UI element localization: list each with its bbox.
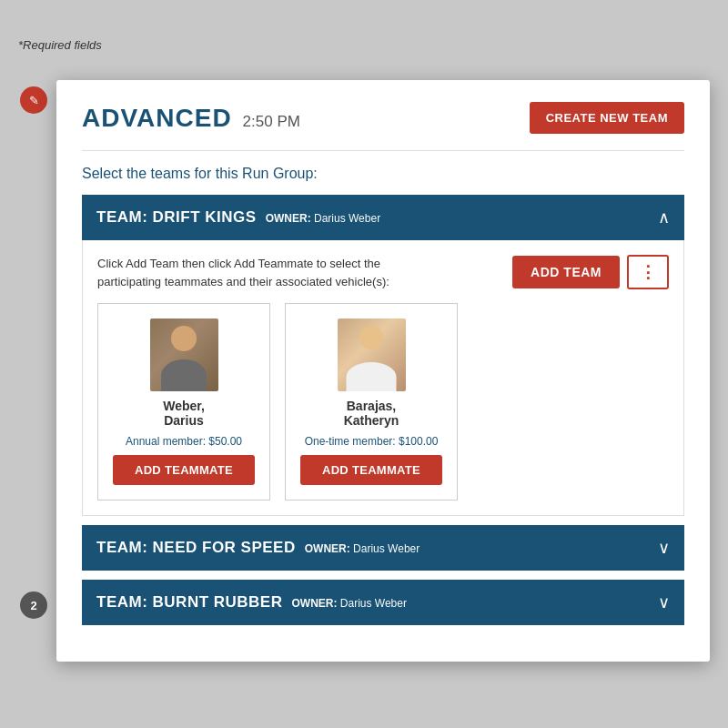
required-fields-label: *Required fields [18, 38, 102, 52]
add-teammate-button-barajas[interactable]: ADD TEAMMATE [300, 455, 442, 485]
add-teammate-button-weber[interactable]: ADD TEAMMATE [113, 455, 255, 485]
header-divider [82, 150, 684, 151]
add-team-button-drift-kings[interactable]: ADD TEAM [512, 256, 620, 288]
team-owner-drift-kings: OWNER: Darius Weber [266, 212, 380, 225]
chevron-up-icon: ∧ [658, 207, 670, 228]
team-section-burnt-rubber: TEAM: BURNT RUBBER OWNER: Darius Weber ∨ [82, 580, 684, 625]
team-section-need-for-speed: TEAM: NEED FOR SPEED OWNER: Darius Weber… [82, 525, 684, 571]
team-name-need-for-speed: TEAM: NEED FOR SPEED [96, 539, 296, 557]
step-badge: 2 [20, 592, 47, 619]
modal-time: 2:50 PM [243, 113, 300, 131]
team-header-left-nfs: TEAM: NEED FOR SPEED OWNER: Darius Weber [96, 539, 420, 557]
team-actions-drift-kings: ADD TEAM ⋮ [512, 255, 669, 289]
teammate-name-weber: Weber,Darius [163, 399, 205, 428]
modal-header: ADVANCED 2:50 PM CREATE NEW TEAM [82, 102, 684, 134]
team-body-top: Click Add Team then click Add Teammate t… [97, 255, 669, 290]
teammates-grid-drift-kings: Weber,Darius Annual member: $50.00 ADD T… [97, 303, 669, 500]
team-section-drift-kings: TEAM: DRIFT KINGS OWNER: Darius Weber ∧ … [82, 195, 684, 516]
team-owner-burnt-rubber: OWNER: Darius Weber [291, 597, 406, 610]
chevron-down-icon-nfs: ∨ [658, 538, 670, 558]
modal: ADVANCED 2:50 PM CREATE NEW TEAM Select … [56, 80, 710, 662]
team-header-need-for-speed[interactable]: TEAM: NEED FOR SPEED OWNER: Darius Weber… [82, 525, 684, 571]
select-teams-label: Select the teams for this Run Group: [82, 166, 684, 182]
team-body-drift-kings: Click Add Team then click Add Teammate t… [82, 240, 684, 516]
teammate-membership-weber: Annual member: $50.00 [126, 435, 242, 448]
chevron-down-icon-br: ∨ [658, 592, 670, 612]
team-header-burnt-rubber[interactable]: TEAM: BURNT RUBBER OWNER: Darius Weber ∨ [82, 580, 684, 625]
teammate-photo-weber [150, 318, 218, 391]
teammate-membership-barajas: One-time member: $100.00 [305, 435, 439, 448]
team-description-drift-kings: Click Add Team then click Add Teammate t… [97, 255, 443, 290]
teammate-card-barajas: Barajas,Katheryn One-time member: $100.0… [285, 303, 458, 500]
team-owner-need-for-speed: OWNER: Darius Weber [305, 542, 420, 555]
edit-icon[interactable]: ✎ [20, 86, 47, 114]
modal-title-area: ADVANCED 2:50 PM [82, 104, 300, 133]
create-new-team-button[interactable]: CREATE NEW TEAM [530, 102, 684, 134]
teammate-name-barajas: Barajas,Katheryn [344, 399, 399, 428]
more-icon: ⋮ [640, 264, 656, 280]
team-header-left-br: TEAM: BURNT RUBBER OWNER: Darius Weber [96, 593, 407, 612]
modal-title: ADVANCED [82, 104, 232, 133]
teammate-photo-barajas [338, 318, 406, 391]
team-name-drift-kings: TEAM: DRIFT KINGS [96, 208, 257, 227]
more-options-button-drift-kings[interactable]: ⋮ [627, 255, 669, 289]
team-header-left: TEAM: DRIFT KINGS OWNER: Darius Weber [96, 208, 380, 227]
team-header-drift-kings[interactable]: TEAM: DRIFT KINGS OWNER: Darius Weber ∧ [82, 195, 684, 240]
teammate-card-weber: Weber,Darius Annual member: $50.00 ADD T… [97, 303, 270, 500]
team-name-burnt-rubber: TEAM: BURNT RUBBER [96, 593, 282, 612]
